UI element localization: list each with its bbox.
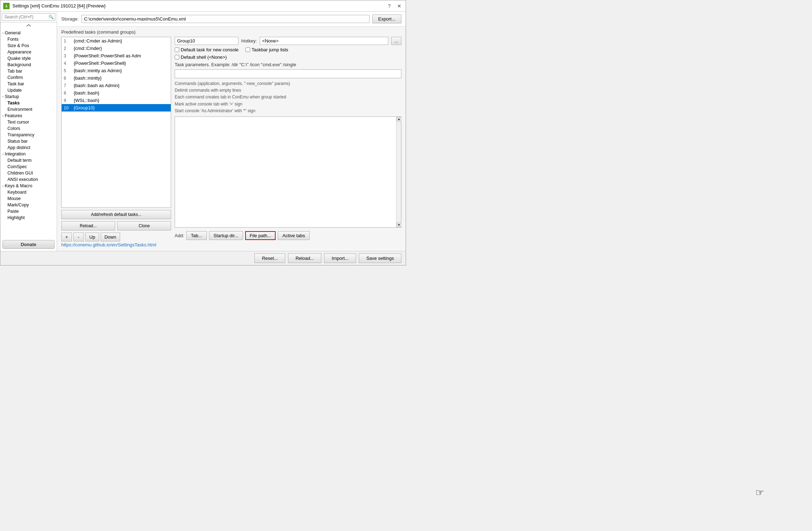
task-item[interactable]: 8{bash::bash}	[62, 89, 171, 97]
commands-scrollbar[interactable]: ▲ ▼	[396, 117, 401, 227]
sidebar-group-integration[interactable]: − Integration	[0, 151, 57, 157]
taskbar-jump-checkbox[interactable]	[246, 47, 250, 52]
sidebar-item-colors[interactable]: Colors	[0, 125, 57, 132]
export-button[interactable]: Export...	[372, 15, 401, 23]
hotkey-label: Hotkey:	[241, 38, 257, 44]
taskbar-jump-checkbox-label: Taskbar jump lists	[246, 47, 288, 52]
scroll-track	[396, 122, 401, 222]
sidebar-item-status-bar[interactable]: Status bar	[0, 138, 57, 144]
task-item[interactable]: 4{PowerShell::PowerShell}	[62, 59, 171, 67]
footer: Reset... Reload... Import... Save settin…	[0, 251, 406, 265]
sidebar-item-paste[interactable]: Paste	[0, 208, 57, 215]
task-item[interactable]: 9{WSL::bash}	[62, 97, 171, 104]
tasks-content: Predefined tasks (command groups) 1{cmd:…	[57, 27, 406, 251]
title-bar: λ Settings [xml] ConEmu 191012 [64] {Pre…	[0, 0, 406, 12]
default-shell-label: Default shell (<None>)	[181, 55, 227, 60]
import-button[interactable]: Import...	[324, 253, 356, 263]
task-item[interactable]: 2{cmd::Cmder}	[62, 45, 171, 52]
sidebar-group-label-features: Features	[5, 113, 22, 118]
move-up-button[interactable]: Up	[85, 233, 99, 241]
hint-line5: Start console 'As Administrator' with '*…	[175, 108, 401, 114]
sidebar-group-features[interactable]: − Features	[0, 113, 57, 119]
default-shell-checkbox[interactable]	[175, 55, 179, 59]
default-task-checkbox[interactable]	[175, 47, 179, 52]
sidebar-item-keyboard[interactable]: Keyboard	[0, 189, 57, 195]
sidebar-item-comspec[interactable]: ComSpec	[0, 164, 57, 170]
sidebar-group-label-general: General	[5, 30, 20, 35]
task-name-input[interactable]	[175, 37, 238, 45]
file-path-button[interactable]: File path...	[245, 231, 276, 240]
checkboxes-row2: Default shell (<None>)	[175, 55, 401, 60]
close-button[interactable]: ✕	[396, 2, 403, 10]
sidebar-item-ansi-execution[interactable]: ANSI execution	[0, 176, 57, 183]
commands-hint: Commands (application, arguments, "-new_…	[175, 80, 401, 114]
sidebar-item-default-term[interactable]: Default term	[0, 157, 57, 164]
collapse-icon-keys-macro: −	[2, 184, 4, 188]
sidebar-group-general[interactable]: − General	[0, 30, 57, 36]
sidebar-item-fonts[interactable]: Fonts	[0, 36, 57, 42]
sidebar-item-app-distinct[interactable]: App distinct	[0, 144, 57, 151]
add-refresh-button[interactable]: Add/refresh default tasks...	[61, 210, 171, 219]
task-params-label: Task parameters. Example: /dir "C:\" /ic…	[175, 62, 401, 67]
storage-path-input[interactable]	[81, 15, 369, 23]
remove-task-button[interactable]: -	[73, 233, 84, 241]
hint-line4: Mark active console tab with '>' sign	[175, 101, 401, 108]
reload-footer-button[interactable]: Reload...	[288, 253, 321, 263]
add-tab-button[interactable]: Tab...	[186, 231, 207, 240]
sidebar-item-update[interactable]: Update	[0, 87, 57, 93]
hotkey-browse-button[interactable]: ...	[391, 37, 401, 45]
taskbar-jump-label: Taskbar jump lists	[252, 47, 288, 52]
move-down-button[interactable]: Down	[101, 233, 120, 241]
task-right-panel: Hotkey: ... Default task for new console…	[175, 37, 401, 241]
reload-button[interactable]: Reload...	[61, 221, 115, 230]
add-task-button[interactable]: +	[61, 233, 72, 241]
default-shell-checkbox-label: Default shell (<None>)	[175, 55, 227, 60]
task-params-input[interactable]	[175, 69, 401, 78]
sidebar-item-highlight[interactable]: Highlight	[0, 215, 57, 221]
startup-dir-button[interactable]: Startup dir...	[209, 231, 243, 240]
search-input[interactable]	[2, 13, 55, 21]
commands-textarea[interactable]	[175, 117, 396, 227]
scroll-top-arrow[interactable]	[0, 23, 57, 28]
sidebar-item-appearance[interactable]: Appearance	[0, 49, 57, 55]
task-item[interactable]: 6{bash::mintty}	[62, 74, 171, 82]
active-tabs-button[interactable]: Active tabs	[278, 231, 310, 240]
hint-line2: Delimit commands with empty lines	[175, 87, 401, 94]
storage-row: Storage: Export...	[57, 12, 406, 27]
hotkey-input[interactable]	[260, 37, 388, 45]
task-item[interactable]: 7{bash::bash as Admin}	[62, 82, 171, 89]
help-link[interactable]: https://conemu.github.io/en/SettingsTask…	[61, 242, 156, 247]
sidebar-item-background[interactable]: Background	[0, 62, 57, 68]
sidebar-item-transparency[interactable]: Transparency	[0, 132, 57, 138]
sidebar-item-task-bar[interactable]: Task bar	[0, 81, 57, 87]
sidebar-item-confirm[interactable]: Confirm	[0, 74, 57, 81]
clone-button[interactable]: Clone	[117, 221, 171, 230]
commands-area: ▲ ▼	[175, 116, 401, 228]
collapse-icon-features: −	[2, 114, 4, 118]
task-item[interactable]: 3{PowerShell::PowerShell as Adm	[62, 52, 171, 59]
task-item[interactable]: 1{cmd::Cmder as Admin}	[62, 37, 171, 45]
sidebar-item-quake-style[interactable]: Quake style	[0, 55, 57, 62]
donate-button[interactable]: Donate	[2, 240, 55, 249]
help-button[interactable]: ?	[386, 2, 393, 10]
task-item-selected[interactable]: 10{Group10}	[62, 104, 171, 112]
sidebar-group-keys-macro[interactable]: − Keys & Macro	[0, 183, 57, 189]
sidebar-item-mark-copy[interactable]: Mark/Copy	[0, 202, 57, 208]
sidebar-item-tab-bar[interactable]: Tab bar	[0, 68, 57, 74]
checkboxes-row: Default task for new console Taskbar jum…	[175, 47, 401, 52]
save-settings-button[interactable]: Save settings	[359, 253, 401, 263]
reset-button[interactable]: Reset...	[254, 253, 285, 263]
scroll-down-arrow[interactable]: ▼	[396, 222, 401, 227]
sidebar-group-label-keys-macro: Keys & Macro	[5, 183, 32, 188]
sidebar-item-children-gui[interactable]: Children GUI	[0, 170, 57, 176]
task-item[interactable]: 5{bash::mintty as Admin}	[62, 67, 171, 74]
sidebar-item-environment[interactable]: Environment	[0, 106, 57, 113]
title-bar-left: λ Settings [xml] ConEmu 191012 [64] {Pre…	[3, 3, 106, 9]
sidebar-item-text-cursor[interactable]: Text cursor	[0, 119, 57, 125]
hint-line1: Commands (application, arguments, "-new_…	[175, 80, 401, 87]
sidebar-item-tasks[interactable]: Tasks	[0, 100, 57, 106]
sidebar-item-mouse[interactable]: Mouse	[0, 195, 57, 202]
sidebar-group-startup[interactable]: − Startup	[0, 93, 57, 100]
scroll-up-arrow[interactable]: ▲	[396, 117, 401, 122]
sidebar-item-size-pos[interactable]: Size & Pos	[0, 42, 57, 49]
